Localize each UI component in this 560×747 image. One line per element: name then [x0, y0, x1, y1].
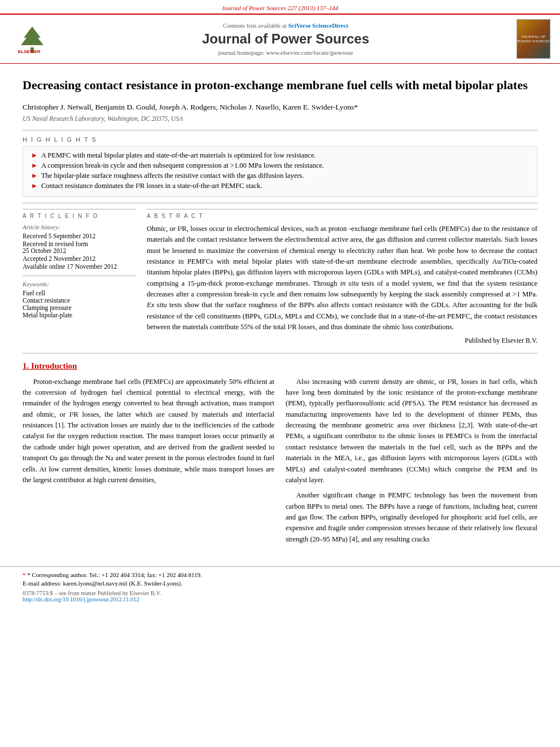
highlight-item-2: ► A compression break-in cycle and then …: [31, 161, 529, 170]
footer-doi[interactable]: http://dx.doi.org/10.1016/j.jpowsour.201…: [23, 596, 537, 602]
history-label: Article history:: [23, 224, 135, 230]
intro-para-1: Proton-exchange membrane fuel cells (PEM…: [23, 377, 274, 486]
intro-para-2: Also increasing with current density are…: [286, 377, 537, 486]
highlight-item-4: ► Contact resistance dominates the I²R l…: [31, 182, 529, 190]
keyword-4: Metal bipolar-plate: [23, 312, 135, 318]
revised-date: Received in revised form25 October 2012: [23, 241, 135, 254]
journal-center: Contents lists available at SciVerse Sci…: [58, 22, 514, 56]
highlights-box: ► A PEMFC with metal bipolar plates and …: [23, 146, 537, 197]
section-name: Introduction: [31, 361, 77, 370]
introduction-title: 1. Introduction: [23, 361, 537, 371]
footer: * * Corresponding author. Tel.: +1 202 4…: [0, 566, 560, 602]
main-content: Decreasing contact resistance in proton-…: [0, 64, 560, 557]
received-date: Received 5 September 2012: [23, 233, 135, 239]
sciverse-line: Contents lists available at SciVerse Sci…: [58, 22, 514, 29]
elsevier-logo: ELSEVIER: [7, 24, 58, 55]
footnote-email: E-mail address: karen.lyons@nrl.navy.mil…: [23, 580, 537, 587]
svg-marker-1: [21, 27, 43, 45]
highlight-item-1: ► A PEMFC with metal bipolar plates and …: [31, 151, 529, 160]
journal-thumbnail: JOURNAL OF POWER SOURCES: [514, 19, 553, 59]
intro-left-col: Proton-exchange membrane fuel cells (PEM…: [23, 377, 274, 550]
elsevier-tree-icon: ELSEVIER: [12, 24, 52, 55]
svg-text:ELSEVIER: ELSEVIER: [18, 49, 41, 54]
article-info-label: A R T I C L E I N F O: [23, 213, 135, 219]
available-date: Available online 17 November 2012: [23, 263, 135, 270]
divider-1: [23, 130, 537, 130]
divider-2: [23, 203, 537, 203]
journal-thumb-box: JOURNAL OF POWER SOURCES: [517, 19, 550, 59]
keyword-1: Fuel cell: [23, 290, 135, 296]
highlights-label: H I G H L I G H T S: [23, 136, 537, 143]
accepted-date: Accepted 2 November 2012: [23, 255, 135, 262]
keyword-2: Contact resistance: [23, 297, 135, 304]
body-two-col: Proton-exchange membrane fuel cells (PEM…: [23, 377, 537, 550]
sciverse-link[interactable]: SciVerse ScienceDirect: [288, 22, 348, 29]
header-banner: ELSEVIER Contents lists available at Sci…: [0, 14, 560, 64]
highlight-arrow-2: ►: [31, 161, 38, 170]
highlight-text-2: A compression break-in cycle and then su…: [41, 161, 324, 170]
footer-issn: 0378-7753/$ – see front matter Published…: [23, 590, 537, 596]
affiliation: US Naval Research Laboratory, Washington…: [23, 115, 537, 122]
journal-homepage: journal homepage: www.elsevier.com/locat…: [58, 49, 514, 56]
keyword-3: Clamping pressure: [23, 304, 135, 311]
intro-right-col: Also increasing with current density are…: [286, 377, 537, 550]
highlight-item-3: ► The bipolar-plate surface roughness af…: [31, 172, 529, 180]
keywords-label: Keywords:: [23, 276, 135, 287]
journal-title: Journal of Power Sources: [58, 31, 514, 47]
highlight-text-1: A PEMFC with metal bipolar plates and st…: [41, 151, 316, 160]
highlight-text-3: The bipolar-plate surface roughness affe…: [41, 172, 304, 180]
abstract-section: A B S T R A C T Ohmic, or I²R, losses oc…: [147, 209, 537, 345]
section-number: 1.: [23, 361, 31, 370]
highlight-text-4: Contact resistance dominates the I²R los…: [41, 182, 262, 190]
highlight-arrow-4: ►: [31, 182, 38, 190]
journal-header: Journal of Power Sources 227 (2013) 137–…: [0, 0, 560, 64]
article-title: Decreasing contact resistance in proton-…: [23, 77, 537, 94]
footnote-star: * * Corresponding author. Tel.: +1 202 4…: [23, 571, 537, 578]
star-icon: *: [23, 571, 26, 578]
abstract-label: A B S T R A C T: [147, 213, 537, 219]
divider-3: [23, 353, 537, 353]
abstract-text: Ohmic, or I²R, losses occur in electroch…: [147, 224, 537, 333]
highlight-arrow-1: ►: [31, 151, 38, 160]
info-abstract-cols: A R T I C L E I N F O Article history: R…: [23, 209, 537, 345]
highlight-arrow-3: ►: [31, 172, 38, 180]
article-info: A R T I C L E I N F O Article history: R…: [23, 209, 135, 345]
journal-ref: Journal of Power Sources 227 (2013) 137–…: [0, 5, 560, 11]
intro-para-3: Another significant change in PEMFC tech…: [286, 490, 537, 545]
published-by: Published by Elsevier B.V.: [147, 337, 537, 345]
authors: Christopher J. Netwall, Benjamin D. Goul…: [23, 102, 537, 113]
